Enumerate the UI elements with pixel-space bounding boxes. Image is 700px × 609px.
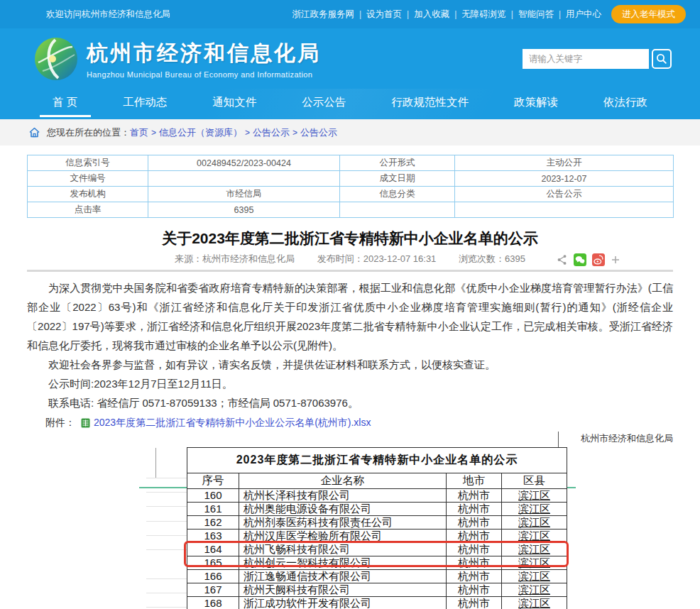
info-label: 点击率 [28, 202, 148, 218]
breadcrumb: 您现在所在的位置： 首页 > 信息公开（资源库） > 公告公示 > 公告公示 [0, 119, 700, 146]
separator: > [245, 128, 250, 138]
table-cell: 杭州市 [447, 556, 502, 570]
excel-gridline [146, 535, 187, 536]
separator: | [511, 9, 513, 19]
excel-gridline [146, 492, 187, 493]
table-row: 160杭州长泽科技有限公司杭州市滨江区 [187, 489, 567, 503]
table-cell: 161 [187, 503, 239, 516]
info-value [148, 171, 340, 187]
table-cell: 杭州创云一智科技有限公司 [239, 556, 447, 570]
company-list-table: 2023年度第二批浙江省专精特新中小企业名单的公示 序号 企业名称 地市 区县 … [187, 447, 567, 609]
topbar-links: 浙江政务服务网 | 设为首页 | 加入收藏 | 无障碍浏览 | 智能问答 | 用… [292, 5, 686, 23]
table-cell: 杭州市 [447, 543, 502, 556]
table-cell: 165 [187, 556, 239, 570]
breadcrumb-prefix: 您现在所在的位置： [47, 126, 130, 139]
breadcrumb-home[interactable]: 首页 [130, 126, 148, 139]
nav-policy-interpretation[interactable]: 政策解读 [510, 88, 562, 120]
separator: | [454, 9, 456, 19]
topbar-link-user-center[interactable]: 用户中心 [566, 9, 601, 21]
table-cell: 164 [187, 543, 239, 556]
paragraph: 为深入贯彻党中央国务院和省委省政府培育专精特新的决策部署，根据工业和信息化部《优… [27, 278, 673, 355]
nav-public-announcements[interactable]: 公示公告 [297, 88, 350, 120]
info-label: 文件编号 [28, 171, 148, 187]
topbar-link-zhejiang-gov-portal[interactable]: 浙江政务服务网 [292, 9, 354, 21]
column-header-serial: 序号 [187, 473, 239, 489]
table-cell: 162 [187, 516, 239, 530]
table-cell: 滨江区 [502, 489, 567, 503]
breadcrumb-info-disclosure[interactable]: 信息公开（资源库） [159, 126, 242, 139]
table-cell: 滨江区 [502, 556, 567, 570]
search-input[interactable] [523, 49, 649, 69]
site-subtitle: Hangzhou Municipal Bureau of Economy and… [87, 70, 321, 79]
table-cell: 杭州市 [447, 570, 502, 583]
nav-notice-files[interactable]: 通知文件 [208, 88, 261, 120]
search-button[interactable] [652, 49, 672, 69]
more-share-icon[interactable] [611, 255, 620, 265]
announcement-table-body: 160杭州长泽科技有限公司杭州市滨江区161杭州奥能电源设备有限公司杭州市滨江区… [187, 489, 567, 609]
table-row: 164杭州飞畅科技有限公司杭州市滨江区 [187, 543, 567, 556]
nav-home[interactable]: 首 页 [48, 88, 82, 120]
table-cell: 浙江逸畅通信技术有限公司 [239, 570, 447, 583]
table-cell: 杭州长泽科技有限公司 [239, 489, 447, 503]
topbar-link-accessibility[interactable]: 无障碍浏览 [461, 9, 506, 21]
table-row: 163杭州汉库医学检验所有限公司杭州市滨江区 [187, 530, 567, 543]
column-header-city: 地市 [447, 473, 502, 489]
excel-gridline [146, 578, 187, 579]
info-value: 主动公开 [455, 155, 674, 171]
excel-gridline [146, 478, 187, 478]
table-cell: 浙江成功软件开发有限公司 [239, 597, 447, 609]
excel-gridline [558, 432, 559, 447]
divider [27, 270, 673, 272]
column-header-district: 区县 [502, 473, 567, 489]
table-row: 161杭州奥能电源设备有限公司杭州市滨江区 [187, 503, 567, 516]
excel-gridline [146, 549, 187, 550]
search-icon [656, 53, 667, 65]
breadcrumb-announcements[interactable]: 公告公示 [253, 126, 290, 139]
table-cell: 杭州市 [447, 597, 502, 609]
site-title: 杭州市经济和信息化局 [87, 39, 321, 68]
table-cell: 杭州汉库医学检验所有限公司 [239, 530, 447, 543]
table-row: 165杭州创云一智科技有限公司杭州市滨江区 [187, 556, 567, 570]
search-bar [523, 49, 672, 69]
wechat-share-icon[interactable] [574, 253, 586, 266]
meta-views: 浏览次数：6395 [459, 253, 525, 264]
nav-law-based-administration[interactable]: 依法行政 [599, 88, 652, 120]
attachment-link[interactable]: 2023年度第二批浙江省专精特新中小企业公示名单(杭州市).xlsx [94, 417, 371, 429]
table-cell: 滨江区 [502, 570, 567, 583]
share-icon[interactable] [557, 254, 568, 265]
page-title: 关于2023年度第二批浙江省专精特新中小企业名单的公示 [27, 228, 673, 249]
table-cell: 杭州市 [447, 516, 502, 530]
article-body: 为深入贯彻党中央国务院和省委省政府培育专精特新的决策部署，根据工业和信息化部《优… [27, 278, 673, 412]
table-cell: 163 [187, 530, 239, 543]
meta-publish-time: 发布时间：2023-12-07 16:31 [317, 253, 437, 264]
excel-gridline [146, 593, 187, 593]
paragraph: 联系电话: 省经信厅 0571-87059133；市经信局 0571-87063… [27, 393, 673, 412]
table-row: 167杭州天阙科技有限公司杭州市滨江区 [187, 583, 567, 597]
brand: 杭州市经济和信息化局 Hangzhou Municipal Bureau of … [34, 37, 321, 81]
info-value: 002489452/2023-00424 [148, 155, 340, 171]
info-value: 公告公示 [455, 187, 674, 202]
meta-source: 来源：杭州市经济和信息化局 [175, 253, 295, 264]
elder-mode-button[interactable]: 进入老年模式 [611, 5, 686, 23]
main-nav: 首 页 工作动态 通知文件 公示公告 行政规范性文件 政策解读 依法行政 [0, 89, 700, 119]
nav-work-news[interactable]: 工作动态 [119, 88, 171, 120]
info-label: 成文日期 [340, 171, 455, 187]
table-cell: 杭州市 [447, 489, 502, 503]
content: 信息索引号 002489452/2023-00424 公开形式 主动公开 文件编… [0, 155, 700, 609]
excel-gridline [146, 521, 187, 522]
paragraph: 欢迎社会各界参与监督，如有异议，请实名反馈，并提供佐证材料和联系方式，以便核实查… [27, 355, 673, 374]
table-cell: 杭州飞畅科技有限公司 [239, 543, 447, 556]
weibo-share-icon[interactable] [592, 253, 605, 266]
share-toolbar [551, 253, 620, 266]
topbar-link-smart-qa[interactable]: 智能问答 [518, 9, 554, 21]
nav-administrative-normative-documents[interactable]: 行政规范性文件 [387, 88, 473, 120]
info-value: 市经信局 [148, 187, 340, 202]
info-label [340, 202, 455, 218]
site-header: 杭州市经济和信息化局 Hangzhou Municipal Bureau of … [0, 28, 700, 89]
breadcrumb-announcements-current[interactable]: 公告公示 [300, 126, 337, 139]
topbar-link-set-homepage[interactable]: 设为首页 [366, 9, 402, 21]
table-cell: 杭州剂泰医药科技有限责任公司 [239, 516, 447, 530]
topbar-link-add-favorite[interactable]: 加入收藏 [414, 9, 449, 21]
topbar: 欢迎访问杭州市经济和信息化局 浙江政务服务网 | 设为首页 | 加入收藏 | 无… [0, 0, 700, 28]
table-cell: 168 [187, 597, 239, 609]
